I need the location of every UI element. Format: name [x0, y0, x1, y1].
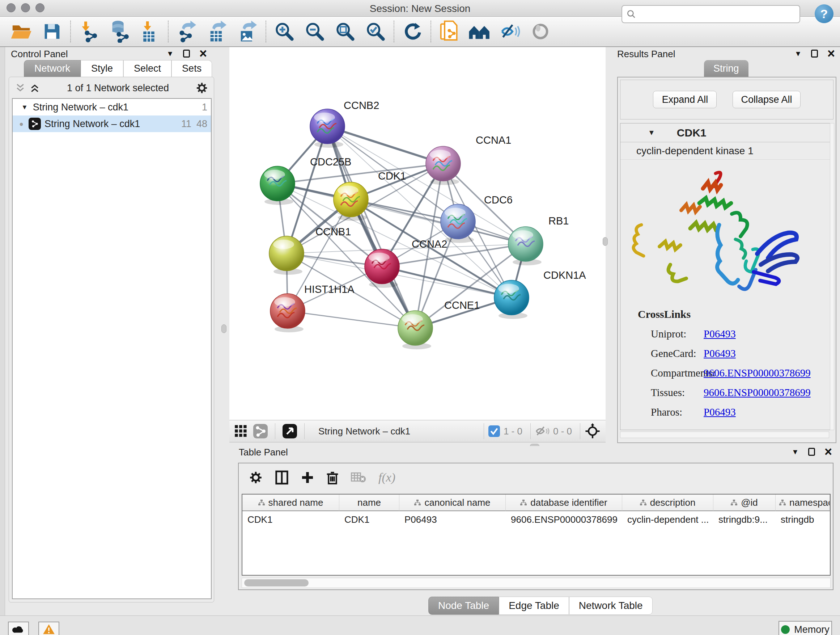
crosslink-label: GeneCard:	[621, 348, 704, 359]
network-row[interactable]: ● String Network – cdk1 11 48	[13, 116, 211, 132]
close-panel-icon[interactable]: ×	[827, 49, 835, 58]
network-edge-CCNA2-CDKN1A[interactable]	[382, 266, 512, 298]
collapse-all-button[interactable]: Collapse All	[733, 91, 800, 108]
network-collection-row[interactable]: ▼ String Network – cdk1 1	[13, 99, 211, 116]
tab-style[interactable]: Style	[81, 60, 123, 77]
network-canvas[interactable]: CCNB2CCNA1CDC25BCDK1CDC6RB1CCNB1CCNA2CDK…	[229, 47, 606, 420]
crosshair-icon[interactable]	[584, 423, 600, 439]
toolbar-separator	[70, 21, 71, 42]
node-gloss	[430, 150, 451, 159]
results-panel: Results Panel ▼ × String Expand All Coll…	[611, 47, 840, 449]
node-gloss	[402, 314, 423, 324]
float-panel-icon[interactable]	[808, 448, 815, 456]
panel-menu-icon[interactable]: ▼	[794, 50, 802, 58]
tab-sets[interactable]: Sets	[172, 60, 212, 77]
zoom-selected-button[interactable]	[360, 19, 391, 44]
add-column-icon[interactable]	[301, 471, 314, 484]
refresh-button[interactable]	[397, 19, 428, 44]
right-splitter-handle[interactable]	[603, 237, 608, 246]
network-share-icon[interactable]	[253, 424, 268, 439]
column-header-description[interactable]: description	[622, 494, 714, 511]
delete-column-icon[interactable]	[326, 470, 339, 485]
import-network-from-database-icon	[109, 20, 130, 43]
tab-select[interactable]: Select	[123, 60, 172, 77]
tab-edge-table[interactable]: Edge Table	[499, 597, 569, 615]
results-horizontal-scrollbar[interactable]	[620, 432, 829, 438]
import-table-icon	[140, 20, 160, 43]
expand-all-button[interactable]: Expand All	[653, 91, 717, 108]
column-header-canonical-name[interactable]: canonical name	[399, 494, 506, 511]
import-network-button[interactable]	[74, 19, 104, 44]
column-header-name[interactable]: name	[339, 494, 399, 511]
collapse-all-icon[interactable]	[15, 82, 26, 93]
zoom-in-button[interactable]	[269, 19, 300, 44]
expand-all-icon[interactable]	[29, 82, 40, 93]
table-gear-icon[interactable]	[249, 470, 263, 485]
protein-section: ▼ CDK1 cyclin-dependent kinase 1	[620, 123, 834, 430]
column-header-id[interactable]: @id	[714, 494, 775, 511]
tab-string[interactable]: String	[704, 60, 748, 77]
save-session-button[interactable]	[37, 19, 67, 44]
import-network-from-database-button[interactable]	[104, 19, 134, 44]
table-horizontal-scrollbar[interactable]	[242, 578, 831, 588]
scrollbar-thumb[interactable]	[244, 579, 309, 586]
export-network-button[interactable]	[172, 19, 202, 44]
close-panel-icon[interactable]: ×	[824, 448, 832, 456]
zoom-fit-icon	[335, 21, 355, 42]
tab-network-table[interactable]: Network Table	[569, 597, 653, 615]
export-image-button[interactable]	[232, 19, 263, 44]
memory-button[interactable]: Memory	[778, 621, 832, 635]
left-splitter-handle[interactable]	[221, 325, 226, 333]
export-network-icon	[176, 21, 197, 42]
crosslink-label: Tissues:	[621, 386, 704, 399]
crosslink-uniprot[interactable]: P06493	[704, 328, 736, 340]
node-label-CCNA1: CCNA1	[476, 134, 511, 146]
help-button[interactable]: ?	[815, 4, 834, 23]
table-row[interactable]: CDK1 CDK1 P06493 9606.ENSP00000378699 cy…	[242, 511, 830, 528]
float-panel-icon[interactable]	[183, 50, 190, 57]
warnings-button[interactable]	[38, 622, 59, 635]
search-input[interactable]	[622, 5, 800, 23]
table-panel-title: Table Panel	[239, 447, 288, 458]
status-bar: Memory	[0, 616, 840, 635]
birds-eye-view-icon[interactable]	[283, 424, 297, 439]
close-panel-icon[interactable]: ×	[199, 49, 207, 58]
clone-network-button[interactable]	[434, 19, 464, 44]
export-table-button[interactable]	[202, 19, 232, 44]
network-edge-HIST1H1A-CCNE1[interactable]	[287, 311, 415, 328]
zoom-out-button[interactable]	[300, 19, 330, 44]
results-vertical-scrollbar[interactable]	[830, 123, 834, 430]
protein-structure-image	[627, 167, 822, 306]
float-panel-icon[interactable]	[811, 50, 818, 57]
toolbar-separator	[393, 21, 394, 42]
cloud-button[interactable]	[8, 622, 29, 635]
open-session-button[interactable]	[6, 19, 37, 44]
hidden-eye-icon[interactable]	[535, 425, 549, 437]
column-header-database-identifier[interactable]: database identifier	[506, 494, 622, 511]
warning-icon	[43, 624, 55, 635]
cytoscape-window: Session: New Session	[0, 0, 840, 635]
section-collapse-icon[interactable]: ▼	[648, 128, 655, 137]
gear-icon[interactable]	[196, 82, 208, 94]
grid-view-icon[interactable]	[234, 424, 248, 438]
selected-checkbox-icon[interactable]	[488, 425, 500, 437]
import-table-button[interactable]	[134, 19, 165, 44]
network-panel: 1 of 1 Network selected ▼ String Network…	[9, 77, 214, 602]
tab-node-table[interactable]: Node Table	[428, 597, 499, 615]
node-gloss	[273, 240, 294, 249]
zoom-fit-button[interactable]	[330, 19, 360, 44]
string-home-button[interactable]	[464, 19, 495, 44]
crosslink-tissues[interactable]: 9606.ENSP00000378699	[704, 386, 811, 399]
column-header-namespace[interactable]: namespace	[775, 494, 830, 511]
collapse-triangle-icon[interactable]: ▼	[21, 103, 28, 111]
tab-network[interactable]: Network	[24, 60, 81, 77]
crosslink-compartments[interactable]: 9606.ENSP00000378699	[704, 367, 811, 379]
panel-menu-icon[interactable]: ▼	[166, 50, 174, 58]
hide-glass-button[interactable]	[495, 19, 525, 44]
column-header-shared-name[interactable]: shared name	[242, 494, 339, 511]
panel-menu-icon[interactable]: ▼	[791, 448, 799, 456]
sphere-button[interactable]	[525, 19, 556, 44]
show-columns-icon[interactable]	[275, 470, 289, 485]
crosslink-genecard[interactable]: P06493	[704, 348, 736, 359]
crosslink-pharos[interactable]: P06493	[704, 406, 736, 418]
